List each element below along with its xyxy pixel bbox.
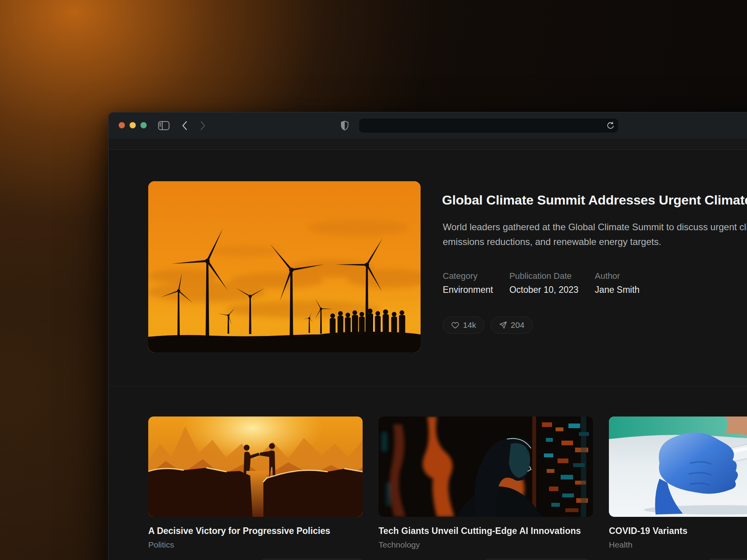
- forward-button[interactable]: [199, 121, 207, 131]
- article-description: World leaders gathered at the Global Cli…: [443, 220, 747, 249]
- card-title: A Decisive Victory for Progressive Polic…: [148, 526, 363, 536]
- card-title: Tech Giants Unveil Cutting-Edge AI Innov…: [379, 526, 593, 536]
- window-close-button[interactable]: [119, 122, 125, 128]
- meta-category-value: Environment: [443, 285, 493, 295]
- card-category: Technology: [379, 540, 593, 550]
- article-card-health[interactable]: COVID-19 COVID-19 Variants Health: [609, 416, 747, 550]
- meta-category: Category Environment: [443, 271, 493, 295]
- heart-icon: [451, 321, 459, 329]
- page-header-bar: [109, 139, 747, 150]
- back-icon: [181, 126, 189, 132]
- sidebar-toggle-button[interactable]: [158, 121, 170, 130]
- browser-toolbar: [109, 112, 747, 139]
- back-button[interactable]: [181, 121, 189, 131]
- url-input[interactable]: [359, 119, 618, 133]
- window-minimize-button[interactable]: [130, 122, 136, 128]
- browser-window: Global Climate Summit Addresses Urgent C…: [108, 112, 747, 560]
- card-image-ai-woman-glitch: [379, 416, 593, 517]
- privacy-shield-icon: [340, 125, 349, 132]
- window-zoom-button[interactable]: [140, 122, 147, 128]
- meta-publication-date-value: October 10, 2023: [509, 285, 579, 295]
- article-card-technology[interactable]: Tech Giants Unveil Cutting-Edge AI Innov…: [379, 416, 593, 550]
- refresh-button[interactable]: [607, 122, 614, 130]
- hero-image-wind-turbines: [148, 181, 421, 352]
- article-card-politics[interactable]: A Decisive Victory for Progressive Polic…: [148, 416, 363, 550]
- forward-icon: [199, 126, 207, 132]
- card-title: COVID-19 Variants: [609, 526, 747, 536]
- card-category: Politics: [148, 540, 363, 550]
- meta-author-value: Jane Smith: [595, 285, 640, 295]
- meta-publication-date-label: Publication Date: [509, 271, 579, 281]
- card-image-handshake-over-chasm: [148, 416, 363, 517]
- refresh-icon: [607, 125, 614, 131]
- card-category: Health: [609, 540, 747, 550]
- related-articles-grid: A Decisive Victory for Progressive Polic…: [148, 416, 747, 550]
- meta-category-label: Category: [443, 271, 493, 281]
- card-image-covid-test-tube: COVID-19: [609, 416, 747, 517]
- article-stats: 14k 204: [443, 317, 533, 334]
- meta-author-label: Author: [595, 271, 640, 281]
- url-bar: [359, 119, 618, 133]
- send-icon: [499, 321, 507, 329]
- shares-button[interactable]: 204: [491, 317, 533, 334]
- sidebar-toggle-icon: [158, 126, 170, 131]
- meta-author: Author Jane Smith: [595, 271, 640, 295]
- shares-count: 204: [511, 320, 524, 330]
- privacy-shield-button[interactable]: [340, 121, 349, 131]
- meta-publication-date: Publication Date October 10, 2023: [509, 271, 579, 295]
- article-title: Global Climate Summit Addresses Urgent C…: [442, 192, 747, 208]
- article-meta: Category Environment Publication Date Oc…: [443, 271, 640, 295]
- section-divider: [109, 386, 747, 386]
- likes-button[interactable]: 14k: [443, 317, 484, 334]
- likes-count: 14k: [463, 320, 476, 330]
